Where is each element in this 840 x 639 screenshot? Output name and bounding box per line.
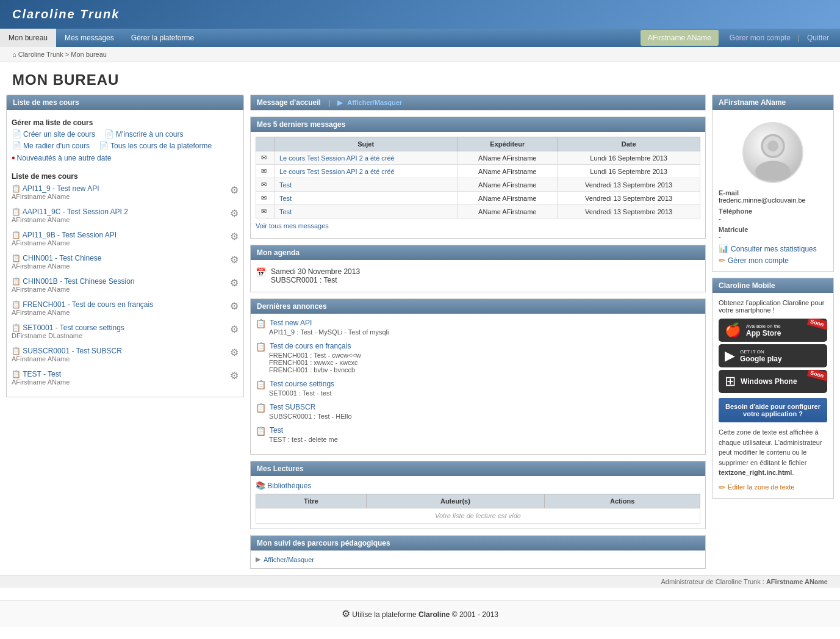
msg-subject-link[interactable]: Test bbox=[279, 195, 292, 202]
footer-right: Administrateur de Claroline Trunk : AFir… bbox=[0, 575, 840, 588]
course-settings-icon[interactable]: ⚙ bbox=[230, 347, 239, 358]
msg-subject-link[interactable]: Le cours Test Session API 2 a été créé bbox=[279, 154, 395, 162]
doc-icon-4: 📄 bbox=[99, 141, 109, 150]
course-item: 📋 API11_9 - Test new API AFirstname ANam… bbox=[12, 183, 239, 201]
nav-gerer-compte[interactable]: Gérer mon compte bbox=[725, 30, 795, 46]
libraries-link[interactable]: Bibliothèques bbox=[267, 482, 311, 490]
svg-point-1 bbox=[755, 161, 791, 181]
google-play-button[interactable]: ▶ GET IT ON Google play bbox=[719, 344, 827, 367]
matricule-label: Matricule bbox=[719, 226, 827, 233]
see-all-messages-link[interactable]: Voir tous mes messages bbox=[256, 222, 329, 229]
course-doc-icon: 📋 bbox=[12, 323, 21, 332]
nav-mes-messages[interactable]: Mes messages bbox=[56, 29, 123, 47]
create-course-link[interactable]: Créer un site de cours bbox=[23, 130, 95, 139]
email-label: E-mail bbox=[719, 189, 827, 197]
course-settings-icon[interactable]: ⚙ bbox=[230, 370, 239, 381]
course-settings-icon[interactable]: ⚙ bbox=[230, 231, 239, 242]
course-settings-icon[interactable]: ⚙ bbox=[230, 300, 239, 312]
course-doc-icon: 📋 bbox=[12, 277, 21, 286]
course-link[interactable]: CHIN001 - Test Chinese bbox=[23, 254, 101, 262]
course-teacher: AFirstname AName bbox=[12, 286, 230, 293]
course-link[interactable]: SUBSCR0001 - Test SUBSCR bbox=[23, 347, 122, 355]
navbar: Mon bureau Mes messages Gérer la platefo… bbox=[0, 29, 840, 47]
suivi-section: Mon suivi des parcours pédagogiques ▶ Af… bbox=[250, 535, 706, 569]
all-courses-link[interactable]: Tous les cours de la plateforme bbox=[110, 142, 212, 150]
course-link[interactable]: SET0001 - Test course settings bbox=[23, 323, 124, 332]
course-link[interactable]: API11_9 - Test new API bbox=[23, 184, 99, 193]
nav-gerer-plateforme[interactable]: Gérer la plateforme bbox=[123, 29, 203, 47]
announce-title-link[interactable]: Test bbox=[270, 426, 283, 435]
msg-subject: Test bbox=[275, 192, 458, 205]
nav-quitter[interactable]: Quitter bbox=[802, 30, 834, 46]
msg-subject-link[interactable]: Test bbox=[279, 181, 292, 189]
msg-subject-link[interactable]: Le cours Test Session API 2 a été créé bbox=[279, 168, 395, 175]
breadcrumb-claroline[interactable]: Claroline Trunk bbox=[18, 51, 63, 58]
suivi-toggle[interactable]: Afficher/Masquer bbox=[264, 556, 314, 563]
welcome-toggle[interactable]: Afficher/Masquer bbox=[347, 99, 402, 106]
mobile-section: Claroline Mobile Obtenez l'application C… bbox=[712, 278, 834, 499]
course-teacher: DFirstname DLastname bbox=[12, 332, 230, 339]
help-button[interactable]: Besoin d'aide pour configurer votre appl… bbox=[719, 398, 827, 422]
course-doc-icon: 📋 bbox=[12, 208, 21, 216]
android-icon: ▶ bbox=[725, 348, 735, 364]
see-all-row: Voir tous mes messages bbox=[256, 218, 700, 233]
google-play-small: GET IT ON bbox=[740, 349, 782, 355]
announce-title-link[interactable]: Test new API bbox=[270, 319, 312, 327]
stats-link[interactable]: Consulter mes statistiques bbox=[731, 245, 817, 253]
course-doc-icon: 📋 bbox=[12, 184, 21, 193]
announce-icon: 📋 bbox=[256, 426, 266, 436]
messages-header: Mes 5 derniers messages bbox=[251, 117, 705, 132]
course-link[interactable]: CHIN001B - Test Chinese Session bbox=[23, 277, 134, 286]
course-teacher: AFirstname AName bbox=[12, 193, 230, 200]
manage-account-link[interactable]: Gérer mon compte bbox=[728, 256, 789, 265]
courses-section-header: Liste de mes cours bbox=[7, 95, 243, 110]
manage-section-header: Gérer ma liste de cours bbox=[12, 115, 239, 129]
message-row: ✉ Test AName AFirstname Vendredi 13 Sept… bbox=[256, 192, 700, 205]
msg-envelope-icon: ✉ bbox=[256, 165, 275, 178]
phone-value: - bbox=[719, 215, 827, 222]
course-link[interactable]: AAPI11_9C - Test Session API 2 bbox=[23, 208, 128, 216]
messages-body: Sujet Expéditeur Date ✉ Le cours Test Se… bbox=[251, 132, 705, 238]
news-link[interactable]: Nouveautés à une autre date bbox=[17, 154, 112, 162]
course-settings-icon[interactable]: ⚙ bbox=[230, 254, 239, 265]
subscribe-course-link[interactable]: M'inscrire à un cours bbox=[116, 130, 183, 139]
message-row: ✉ Test AName AFirstname Vendredi 13 Sept… bbox=[256, 178, 700, 192]
course-settings-icon[interactable]: ⚙ bbox=[230, 323, 239, 335]
msg-envelope-icon: ✉ bbox=[256, 205, 275, 218]
announce-title-link[interactable]: Test SUBSCR bbox=[270, 403, 315, 411]
announce-detail: FRENCH001 : Test - cwcw<<w bbox=[256, 352, 700, 359]
announce-detail: API11_9 : Test - MySQLi - Test of mysqli bbox=[256, 328, 700, 336]
course-link[interactable]: FRENCH001 - Test de cours en français bbox=[23, 300, 153, 309]
course-settings-icon[interactable]: ⚙ bbox=[230, 277, 239, 289]
msg-sender: AName AFirstname bbox=[458, 178, 558, 192]
course-item: 📋 CHIN001 - Test Chinese AFirstname ANam… bbox=[12, 253, 239, 271]
announcements-body: 📋 Test new API API11_9 : Test - MySQLi -… bbox=[251, 314, 705, 454]
msg-subject-link[interactable]: Test bbox=[279, 208, 292, 215]
course-link[interactable]: TEST - Test bbox=[23, 370, 61, 378]
course-link[interactable]: API11_9B - Test Session API bbox=[23, 231, 117, 239]
suivi-arrow-icon: ▶ bbox=[256, 555, 260, 563]
welcome-header: Message d'accueil | ▶ Afficher/Masquer bbox=[251, 95, 705, 110]
msg-subject: Test bbox=[275, 178, 458, 192]
footer-text: Utilise la plateforme Claroline bbox=[352, 610, 450, 619]
msg-sender: AName AFirstname bbox=[458, 165, 558, 178]
course-settings-icon[interactable]: ⚙ bbox=[230, 184, 239, 196]
announce-title-link[interactable]: Test course settings bbox=[270, 380, 334, 388]
unsubscribe-course-link[interactable]: Me radier d'un cours bbox=[23, 142, 90, 150]
avatar bbox=[742, 122, 803, 183]
app-store-button[interactable]: 🍎 Available on the App Store Soon bbox=[719, 319, 827, 342]
nav-mon-bureau[interactable]: Mon bureau bbox=[0, 29, 56, 47]
msg-date: Vendredi 13 Septembre 2013 bbox=[558, 205, 700, 218]
course-settings-icon[interactable]: ⚙ bbox=[230, 208, 239, 219]
msg-sender: AName AFirstname bbox=[458, 151, 558, 165]
main-layout: Liste de mes cours Gérer ma liste de cou… bbox=[0, 95, 840, 575]
msg-date: Vendredi 13 Septembre 2013 bbox=[558, 178, 700, 192]
avatar-svg bbox=[745, 125, 800, 180]
announce-title-link[interactable]: Test de cours en français bbox=[270, 342, 351, 350]
edit-zone-link[interactable]: Editer la zone de texte bbox=[728, 483, 794, 491]
message-row: ✉ Le cours Test Session API 2 a été créé… bbox=[256, 165, 700, 178]
nav-user-badge: AFirstname AName bbox=[641, 30, 719, 46]
reading-empty-row: Votre liste de lecture est vide bbox=[256, 508, 700, 524]
windows-phone-button[interactable]: ⊞ Windows Phone Soon bbox=[719, 370, 827, 393]
msg-sender: AName AFirstname bbox=[458, 205, 558, 218]
